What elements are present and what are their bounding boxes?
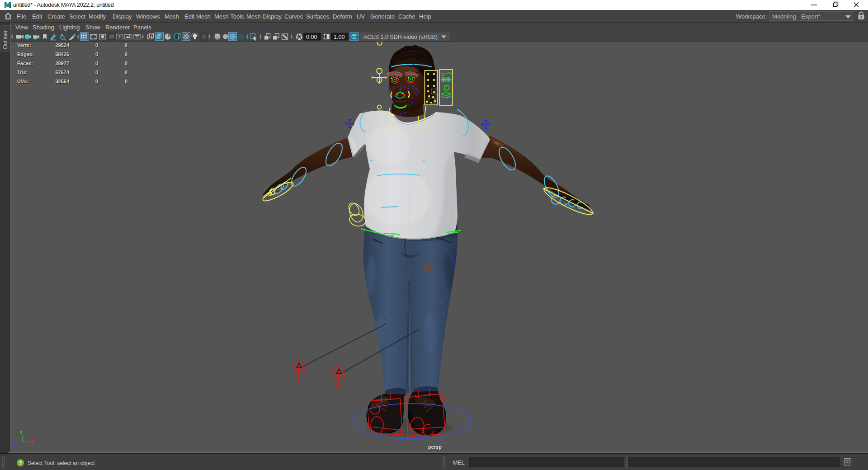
- svg-text:0.00: 0.00: [306, 34, 317, 40]
- svg-text:y: y: [20, 429, 23, 434]
- svg-text:1.00: 1.00: [334, 34, 344, 40]
- svg-text:ON: ON: [352, 35, 357, 39]
- svg-text:x: x: [30, 439, 33, 444]
- svg-text:ACES 1.0 SDR-video (sRGB): ACES 1.0 SDR-video (sRGB): [363, 34, 438, 40]
- svg-text:z: z: [14, 441, 16, 446]
